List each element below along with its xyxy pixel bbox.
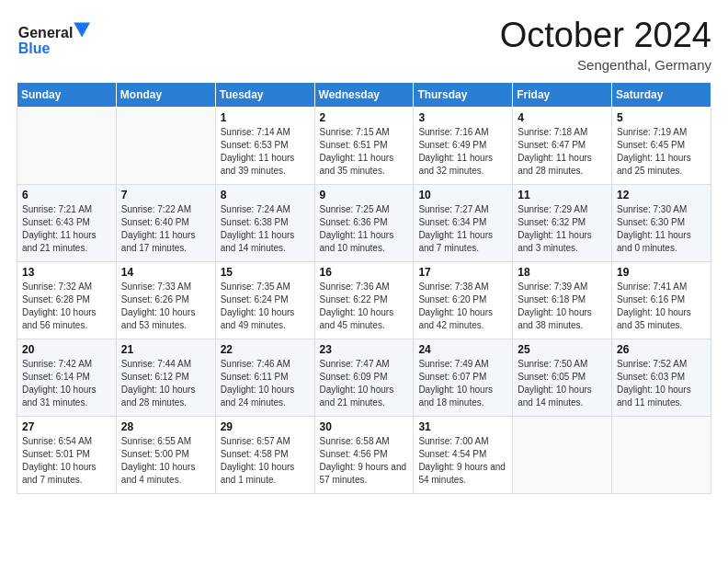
table-row: 29Sunrise: 6:57 AMSunset: 4:58 PMDayligh… [215,416,314,493]
table-row: 9Sunrise: 7:25 AMSunset: 6:36 PMDaylight… [314,184,414,261]
day-number: 10 [418,189,507,201]
calendar-week-row: 13Sunrise: 7:32 AMSunset: 6:28 PMDayligh… [17,261,711,339]
table-row: 2Sunrise: 7:15 AMSunset: 6:51 PMDaylight… [314,107,414,184]
col-monday: Monday [116,82,215,107]
page-container: General Blue October 2024 Sengenthal, Ge… [0,0,728,503]
table-row: 11Sunrise: 7:29 AMSunset: 6:32 PMDayligh… [513,184,612,261]
day-number: 21 [121,343,210,356]
table-row: 27Sunrise: 6:54 AMSunset: 5:01 PMDayligh… [17,416,117,493]
table-row: 6Sunrise: 7:21 AMSunset: 6:43 PMDaylight… [17,184,117,261]
page-header: General Blue October 2024 Sengenthal, Ge… [17,17,711,73]
table-row: 13Sunrise: 7:32 AMSunset: 6:28 PMDayligh… [17,261,117,339]
table-row: 4Sunrise: 7:18 AMSunset: 6:47 PMDaylight… [513,107,612,184]
day-detail: Sunrise: 7:42 AMSunset: 6:14 PMDaylight:… [22,358,111,409]
day-detail: Sunrise: 7:49 AMSunset: 6:07 PMDaylight:… [418,358,507,409]
day-detail: Sunrise: 7:19 AMSunset: 6:45 PMDaylight:… [617,126,706,178]
table-row: 26Sunrise: 7:52 AMSunset: 6:03 PMDayligh… [612,339,711,416]
table-row: 3Sunrise: 7:16 AMSunset: 6:49 PMDaylight… [414,107,513,184]
day-number: 30 [320,420,409,433]
table-row: 24Sunrise: 7:49 AMSunset: 6:07 PMDayligh… [414,339,513,416]
table-row: 16Sunrise: 7:36 AMSunset: 6:22 PMDayligh… [314,261,414,339]
day-number: 24 [418,343,507,356]
day-number: 20 [22,343,111,356]
day-number: 25 [518,343,607,356]
table-row: 18Sunrise: 7:39 AMSunset: 6:18 PMDayligh… [513,261,612,339]
title-block: October 2024 Sengenthal, Germany [500,17,711,73]
day-detail: Sunrise: 7:27 AMSunset: 6:34 PMDaylight:… [418,203,507,255]
day-number: 7 [121,189,210,201]
table-row: 7Sunrise: 7:22 AMSunset: 6:40 PMDaylight… [116,184,215,261]
calendar-table: Sunday Monday Tuesday Wednesday Thursday… [17,82,711,494]
col-saturday: Saturday [612,82,711,107]
svg-marker-1 [74,23,90,38]
day-number: 16 [320,266,409,279]
table-row [116,107,215,184]
day-detail: Sunrise: 7:33 AMSunset: 6:26 PMDaylight:… [121,281,210,332]
table-row: 17Sunrise: 7:38 AMSunset: 6:20 PMDayligh… [414,261,513,339]
calendar-week-row: 1Sunrise: 7:14 AMSunset: 6:53 PMDaylight… [17,107,711,184]
day-detail: Sunrise: 7:18 AMSunset: 6:47 PMDaylight:… [518,126,607,178]
day-detail: Sunrise: 7:38 AMSunset: 6:20 PMDaylight:… [418,281,507,332]
table-row: 15Sunrise: 7:35 AMSunset: 6:24 PMDayligh… [215,261,314,339]
day-detail: Sunrise: 6:54 AMSunset: 5:01 PMDaylight:… [22,435,111,487]
table-row: 1Sunrise: 7:14 AMSunset: 6:53 PMDaylight… [215,107,314,184]
day-number: 8 [221,189,310,201]
day-number: 6 [22,189,111,201]
day-number: 23 [320,343,409,356]
location: Sengenthal, Germany [500,57,711,73]
day-number: 2 [320,111,409,124]
day-number: 3 [418,111,507,124]
day-detail: Sunrise: 7:15 AMSunset: 6:51 PMDaylight:… [320,126,409,178]
day-detail: Sunrise: 7:39 AMSunset: 6:18 PMDaylight:… [518,281,607,332]
day-number: 18 [518,266,607,279]
table-row [513,416,612,493]
day-detail: Sunrise: 7:35 AMSunset: 6:24 PMDaylight:… [221,281,310,332]
day-number: 28 [121,420,210,433]
day-number: 14 [121,266,210,279]
calendar-week-row: 27Sunrise: 6:54 AMSunset: 5:01 PMDayligh… [17,416,711,493]
day-detail: Sunrise: 6:58 AMSunset: 4:56 PMDaylight:… [320,435,409,487]
day-detail: Sunrise: 6:57 AMSunset: 4:58 PMDaylight:… [221,435,310,487]
day-number: 26 [617,343,706,356]
col-friday: Friday [513,82,612,107]
day-detail: Sunrise: 7:52 AMSunset: 6:03 PMDaylight:… [617,358,706,409]
month-title: October 2024 [500,17,711,55]
day-detail: Sunrise: 7:00 AMSunset: 4:54 PMDaylight:… [418,435,507,487]
table-row: 12Sunrise: 7:30 AMSunset: 6:30 PMDayligh… [612,184,711,261]
day-detail: Sunrise: 7:50 AMSunset: 6:05 PMDaylight:… [518,358,607,409]
day-detail: Sunrise: 7:46 AMSunset: 6:11 PMDaylight:… [221,358,310,409]
day-number: 12 [617,189,706,201]
table-row: 21Sunrise: 7:44 AMSunset: 6:12 PMDayligh… [116,339,215,416]
day-number: 4 [518,111,607,124]
table-row [17,107,117,184]
day-number: 9 [320,189,409,201]
calendar-week-row: 20Sunrise: 7:42 AMSunset: 6:14 PMDayligh… [17,339,711,416]
table-row: 25Sunrise: 7:50 AMSunset: 6:05 PMDayligh… [513,339,612,416]
day-number: 22 [221,343,310,356]
day-number: 15 [221,266,310,279]
table-row: 5Sunrise: 7:19 AMSunset: 6:45 PMDaylight… [612,107,711,184]
day-detail: Sunrise: 7:32 AMSunset: 6:28 PMDaylight:… [22,281,111,332]
day-detail: Sunrise: 7:21 AMSunset: 6:43 PMDaylight:… [22,203,111,255]
col-tuesday: Tuesday [215,82,314,107]
calendar-header-row: Sunday Monday Tuesday Wednesday Thursday… [17,82,711,107]
table-row [612,416,711,493]
day-detail: Sunrise: 7:24 AMSunset: 6:38 PMDaylight:… [221,203,310,255]
day-number: 29 [221,420,310,433]
day-detail: Sunrise: 7:22 AMSunset: 6:40 PMDaylight:… [121,203,210,255]
col-thursday: Thursday [414,82,513,107]
table-row: 28Sunrise: 6:55 AMSunset: 5:00 PMDayligh… [116,416,215,493]
table-row: 10Sunrise: 7:27 AMSunset: 6:34 PMDayligh… [414,184,513,261]
day-detail: Sunrise: 7:30 AMSunset: 6:30 PMDaylight:… [617,203,706,255]
day-number: 5 [617,111,706,124]
table-row: 19Sunrise: 7:41 AMSunset: 6:16 PMDayligh… [612,261,711,339]
day-detail: Sunrise: 7:14 AMSunset: 6:53 PMDaylight:… [221,126,310,178]
table-row: 22Sunrise: 7:46 AMSunset: 6:11 PMDayligh… [215,339,314,416]
day-detail: Sunrise: 7:47 AMSunset: 6:09 PMDaylight:… [320,358,409,409]
table-row: 8Sunrise: 7:24 AMSunset: 6:38 PMDaylight… [215,184,314,261]
table-row: 20Sunrise: 7:42 AMSunset: 6:14 PMDayligh… [17,339,117,416]
day-number: 13 [22,266,111,279]
day-detail: Sunrise: 7:16 AMSunset: 6:49 PMDaylight:… [418,126,507,178]
col-sunday: Sunday [17,82,117,107]
col-wednesday: Wednesday [314,82,414,107]
